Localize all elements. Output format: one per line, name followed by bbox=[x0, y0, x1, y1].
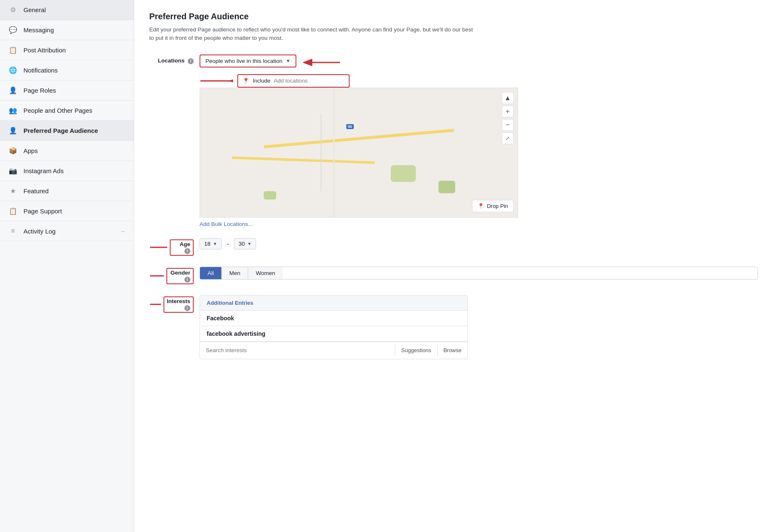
gender-women-button[interactable]: Women bbox=[248, 267, 283, 279]
age-from-value: 18 bbox=[204, 241, 210, 247]
locations-info-icon[interactable]: i bbox=[188, 58, 194, 64]
pin-icon: 📍 bbox=[242, 78, 249, 84]
main-content: Preferred Page Audience Edit your prefer… bbox=[134, 0, 773, 532]
interests-info-icon[interactable]: i bbox=[184, 305, 190, 311]
gender-all-button[interactable]: All bbox=[200, 267, 222, 279]
age-from-select[interactable]: 18 ▼ bbox=[200, 238, 222, 249]
add-bulk-locations-link[interactable]: Add Bulk Locations... bbox=[200, 221, 253, 227]
red-arrow-interests bbox=[149, 300, 161, 309]
gear-icon: ⚙ bbox=[8, 6, 18, 14]
notifications-icon: 🌐 bbox=[8, 66, 18, 74]
sidebar-label-page-roles: Page Roles bbox=[23, 87, 125, 94]
sidebar-label-preferred-page-audience: Preferred Page Audience bbox=[23, 127, 125, 134]
people-icon: 👥 bbox=[8, 106, 18, 114]
featured-icon: ★ bbox=[8, 187, 18, 195]
locations-dropdown[interactable]: People who live in this location ▼ bbox=[200, 54, 296, 67]
red-arrow-input bbox=[200, 75, 233, 87]
map: 90 ▲ + − ⤢ 📍 Drop Pin bbox=[200, 88, 518, 218]
sidebar-label-apps: Apps bbox=[23, 147, 125, 154]
interests-header: Additional Entries bbox=[200, 296, 467, 311]
post-attribution-icon: 📋 bbox=[8, 46, 18, 54]
chevron-down-icon: ▼ bbox=[286, 58, 291, 63]
map-controls: ▲ + − ⤢ bbox=[502, 92, 514, 144]
locations-content: People who live in this location ▼ bbox=[200, 54, 758, 227]
age-info-icon[interactable]: i bbox=[184, 248, 190, 254]
sidebar-item-page-roles[interactable]: 👤 Page Roles bbox=[0, 80, 134, 101]
age-labeled: Age i bbox=[170, 239, 194, 256]
gender-label: Gender i bbox=[149, 265, 200, 284]
locations-row: Locations i People who live in this loca… bbox=[149, 54, 758, 227]
age-to-value: 30 bbox=[239, 241, 245, 247]
interests-content: Additional Entries Facebook facebook adv… bbox=[200, 293, 758, 359]
sidebar-item-activity-log[interactable]: ≡ Activity Log → bbox=[0, 221, 134, 241]
sidebar-item-people-other-pages[interactable]: 👥 People and Other Pages bbox=[0, 101, 134, 121]
page-roles-icon: 👤 bbox=[8, 86, 18, 94]
sidebar-label-post-attribution: Post Attribution bbox=[23, 47, 125, 54]
add-locations-input[interactable] bbox=[274, 78, 345, 84]
age-row: Age i 18 ▼ - 30 ▼ bbox=[149, 236, 758, 256]
interests-labeled: Interests i bbox=[163, 296, 194, 313]
audience-icon: 👤 bbox=[8, 127, 18, 135]
sidebar-label-activity-log: Activity Log bbox=[23, 228, 114, 235]
page-support-icon: 📋 bbox=[8, 207, 18, 215]
age-to-select[interactable]: 30 ▼ bbox=[234, 238, 256, 249]
sidebar-item-post-attribution[interactable]: 📋 Post Attribution bbox=[0, 40, 134, 60]
drop-pin-button[interactable]: 📍 Drop Pin bbox=[472, 200, 514, 212]
sidebar-label-messaging: Messaging bbox=[23, 26, 125, 34]
activity-log-icon: ≡ bbox=[8, 227, 18, 235]
age-content: 18 ▼ - 30 ▼ bbox=[200, 236, 758, 249]
sidebar-item-preferred-page-audience[interactable]: 👤 Preferred Page Audience bbox=[0, 121, 134, 141]
age-separator: - bbox=[227, 240, 229, 247]
sidebar-item-page-support[interactable]: 📋 Page Support bbox=[0, 201, 134, 221]
locations-label: Locations i bbox=[149, 54, 200, 64]
instagram-icon: 📷 bbox=[8, 167, 18, 175]
sidebar-label-people-other-pages: People and Other Pages bbox=[23, 107, 125, 114]
include-label: Include bbox=[253, 78, 270, 84]
red-arrow-locations bbox=[303, 57, 341, 68]
highway-badge: 90 bbox=[346, 124, 354, 129]
sidebar-label-featured: Featured bbox=[23, 187, 125, 195]
drop-pin-label: Drop Pin bbox=[487, 203, 508, 209]
sidebar-label-page-support: Page Support bbox=[23, 208, 125, 215]
page-title: Preferred Page Audience bbox=[149, 12, 758, 21]
interests-search-input[interactable] bbox=[200, 343, 395, 358]
sidebar-label-general: General bbox=[23, 6, 125, 13]
sidebar-item-general[interactable]: ⚙ General bbox=[0, 0, 134, 20]
sidebar-item-apps[interactable]: 📦 Apps bbox=[0, 141, 134, 161]
interests-row: Interests i Additional Entries Facebook … bbox=[149, 293, 758, 359]
drop-pin-icon: 📍 bbox=[477, 203, 484, 209]
interests-entry-0: Facebook bbox=[200, 311, 467, 326]
gender-info-icon[interactable]: i bbox=[184, 277, 190, 283]
browse-button[interactable]: Browse bbox=[438, 342, 467, 359]
suggestions-button[interactable]: Suggestions bbox=[395, 342, 437, 359]
interests-search-row: Suggestions Browse bbox=[200, 342, 467, 359]
map-fullscreen[interactable]: ⤢ bbox=[502, 132, 514, 144]
map-zoom-in[interactable]: + bbox=[502, 106, 514, 117]
sidebar: ⚙ General 💬 Messaging 📋 Post Attribution… bbox=[0, 0, 134, 532]
sidebar-label-instagram-ads: Instagram Ads bbox=[23, 167, 125, 174]
sidebar-item-notifications[interactable]: 🌐 Notifications bbox=[0, 60, 134, 80]
page-description: Edit your preferred Page audience to ref… bbox=[149, 26, 476, 43]
apps-icon: 📦 bbox=[8, 147, 18, 155]
chevron-age-from: ▼ bbox=[213, 241, 217, 246]
sidebar-item-messaging[interactable]: 💬 Messaging bbox=[0, 20, 134, 40]
locations-dropdown-value: People who live in this location bbox=[205, 58, 283, 64]
interests-panel: Additional Entries Facebook facebook adv… bbox=[200, 295, 468, 359]
interests-label: Interests i bbox=[149, 293, 200, 313]
sidebar-label-notifications: Notifications bbox=[23, 67, 125, 74]
age-label: Age i bbox=[149, 236, 200, 256]
sidebar-item-instagram-ads[interactable]: 📷 Instagram Ads bbox=[0, 161, 134, 181]
location-input-bar: 📍 Include bbox=[237, 74, 350, 88]
messaging-icon: 💬 bbox=[8, 26, 18, 34]
map-zoom-out[interactable]: − bbox=[502, 119, 514, 131]
red-arrow-age bbox=[149, 243, 167, 252]
sidebar-item-featured[interactable]: ★ Featured bbox=[0, 181, 134, 201]
external-link-icon: → bbox=[120, 228, 125, 234]
red-arrow-gender bbox=[149, 271, 164, 280]
gender-button-group: All Men Women bbox=[200, 267, 758, 280]
gender-row: Gender i All Men Women bbox=[149, 265, 758, 284]
gender-labeled: Gender i bbox=[166, 268, 194, 284]
gender-men-button[interactable]: Men bbox=[222, 267, 248, 279]
map-scroll-up[interactable]: ▲ bbox=[502, 92, 514, 104]
chevron-age-to: ▼ bbox=[247, 241, 252, 246]
